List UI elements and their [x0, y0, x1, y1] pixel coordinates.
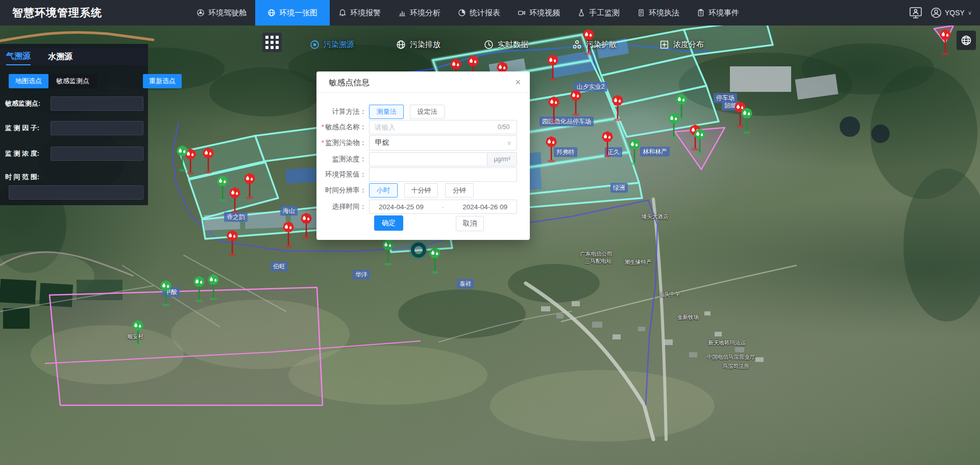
map-label: 马滘司法所	[723, 363, 750, 370]
monitor-user-icon[interactable]	[909, 7, 922, 19]
pollution-marker-green[interactable]	[207, 274, 220, 303]
nav-item-manual[interactable]: 手工监测	[569, 0, 628, 26]
pollution-marker-green[interactable]	[381, 239, 395, 268]
distribution-icon	[659, 40, 669, 50]
background-label: 环境背景值：	[316, 167, 366, 182]
repick-button[interactable]: 重新选点	[143, 74, 182, 88]
pollution-marker-green[interactable]	[675, 93, 688, 123]
resolution-hour-button[interactable]: 小时	[369, 183, 398, 198]
pollutant-label: *监测污染物：	[316, 136, 366, 150]
map-label: 汕头中学	[659, 291, 680, 298]
globe-icon	[267, 9, 276, 17]
pollution-marker-green[interactable]	[131, 320, 144, 349]
pollution-marker-green[interactable]	[428, 247, 442, 277]
pollution-marker-red[interactable]	[300, 212, 313, 242]
app-title: 智慧环境管理系统	[12, 0, 102, 26]
cancel-button[interactable]: 取消	[456, 216, 484, 231]
toolbar-concentration-distribution[interactable]: 浓度分布	[659, 40, 704, 50]
map-pick-button[interactable]: 地图选点	[9, 74, 48, 88]
bar-chart-icon	[398, 9, 406, 17]
resolution-tenmin-button[interactable]: 十分钟	[404, 183, 438, 198]
trace-panel: 气溯源 水溯源 地图选点 敏感监测点 重新选点 敏感监测点: 监 测 因 子: …	[0, 44, 148, 205]
basemap-globe-button[interactable]	[957, 31, 976, 50]
clipboard-icon	[697, 9, 705, 17]
map-label: 华洋	[353, 270, 370, 280]
toolbar-pollution-emission[interactable]: 污染排放	[396, 40, 440, 50]
nav-item-law[interactable]: 环境执法	[628, 0, 688, 26]
toolbar-realtime-data[interactable]: 实时数据	[484, 40, 528, 50]
tab-air-trace[interactable]: 气溯源	[6, 48, 31, 65]
name-label: *敏感点名称：	[316, 120, 366, 134]
nav-item-map[interactable]: 环境一张图	[255, 0, 330, 26]
map-label: 绿洲	[610, 183, 628, 193]
emission-globe-icon	[396, 40, 406, 50]
selected-point-ring-marker[interactable]	[411, 242, 426, 258]
pollution-marker-green[interactable]	[693, 128, 706, 158]
pollution-marker-red[interactable]	[545, 136, 558, 165]
nav-item-event[interactable]: 环境事件	[688, 0, 748, 26]
pollution-marker-green[interactable]	[740, 107, 753, 137]
background-input[interactable]	[369, 167, 517, 182]
pollution-marker-green[interactable]	[216, 175, 229, 205]
close-icon[interactable]: ×	[513, 76, 523, 89]
clock-icon	[484, 40, 494, 50]
time-label: 选择时间：	[316, 200, 366, 214]
pollution-marker-red[interactable]	[282, 221, 295, 251]
pollution-marker-red[interactable]	[939, 29, 952, 58]
user-menu[interactable]: YQSY ∨	[930, 7, 972, 18]
nav-items: 环境驾驶舱 环境一张图 环境报警 环境分析 统计报表 环境视频 手工监测 环境执…	[188, 0, 748, 26]
concentration-input[interactable]	[369, 152, 487, 166]
pollution-marker-green[interactable]	[192, 276, 206, 305]
pollution-marker-red[interactable]	[228, 187, 241, 216]
pollution-marker-red[interactable]	[569, 89, 582, 119]
pollutant-select[interactable]: 甲烷 ∨	[369, 135, 517, 151]
layer-grid-button[interactable]	[262, 33, 282, 52]
pollution-marker-green[interactable]	[176, 145, 189, 175]
pollution-marker-red[interactable]	[243, 173, 256, 202]
map-label: 新天地韩玛汕运	[708, 339, 746, 347]
pollution-marker-red[interactable]	[202, 147, 215, 177]
monitor-concentration-label: 监 测 浓 度:	[5, 149, 39, 158]
name-input[interactable]	[369, 120, 517, 134]
confirm-button[interactable]: 确定	[374, 215, 403, 231]
nav-item-report[interactable]: 统计报表	[449, 0, 509, 26]
nav-right: YQSY ∨	[909, 0, 972, 26]
toolbar-pollution-diffusion[interactable]: 污染扩散	[572, 40, 617, 50]
tab-water-trace[interactable]: 水溯源	[48, 48, 72, 65]
nav-item-analysis[interactable]: 环境分析	[389, 0, 449, 26]
video-camera-icon	[518, 9, 526, 17]
pollution-marker-red[interactable]	[546, 54, 559, 84]
time-start: 2024-04-25 09	[379, 203, 424, 211]
document-icon	[637, 9, 645, 17]
resolution-label: 时间分辨率：	[316, 183, 366, 198]
toolbar-pollution-trace[interactable]: 污染溯源	[310, 40, 354, 50]
pollutant-value: 甲烷	[375, 136, 389, 150]
method-measure-button[interactable]: 测量法	[369, 105, 404, 119]
pollution-marker-red[interactable]	[601, 131, 614, 160]
user-name: YQSY	[945, 9, 965, 17]
pollution-marker-green[interactable]	[628, 138, 641, 168]
pollution-marker-green[interactable]	[159, 280, 173, 309]
monitor-factor-input[interactable]	[51, 121, 143, 135]
nav-item-cockpit[interactable]: 环境驾驶舱	[188, 0, 255, 26]
method-label: 计算方法：	[316, 105, 366, 119]
pollution-marker-red[interactable]	[226, 230, 239, 259]
dialog-title: 敏感点信息	[329, 78, 370, 88]
concentration-label: 监测浓度：	[316, 152, 366, 166]
time-range-picker[interactable]: 2024-04-25 09 - 2024-04-26 09	[369, 200, 517, 214]
map-canvas[interactable]: 污染溯源 污染排放 实时数据 污染扩散 浓度分布 停车场韶能园区危化品停车场山夕…	[0, 26, 980, 465]
concentration-unit: μg/m³	[487, 152, 517, 166]
monitor-concentration-input[interactable]	[51, 146, 143, 161]
sensitive-point-input[interactable]	[51, 96, 143, 111]
sensitive-point-button[interactable]: 敏感监测点	[48, 74, 97, 88]
pollution-marker-red[interactable]	[611, 94, 624, 124]
monitor-factor-label: 监 测 因 子:	[5, 124, 39, 133]
pollution-marker-red[interactable]	[547, 96, 560, 126]
resolution-minute-button[interactable]: 分钟	[445, 183, 474, 198]
time-range-input[interactable]	[9, 185, 143, 200]
method-set-button[interactable]: 设定法	[410, 105, 445, 119]
map-label: 泰祥	[457, 279, 474, 289]
nav-item-alarm[interactable]: 环境报警	[330, 0, 389, 26]
time-separator: -	[442, 203, 445, 211]
nav-item-video[interactable]: 环境视频	[509, 0, 569, 26]
